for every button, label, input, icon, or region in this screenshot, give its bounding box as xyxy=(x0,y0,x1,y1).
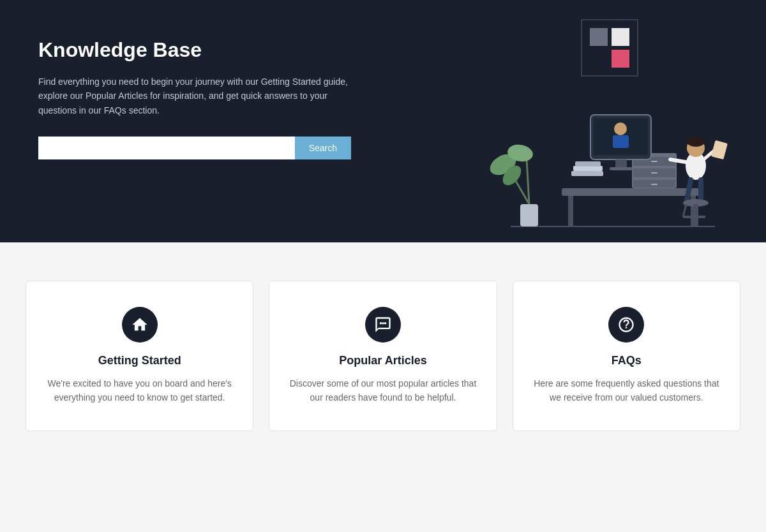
card-desc-faqs: Here are some frequently asked questions… xyxy=(532,376,721,405)
svg-rect-14 xyxy=(651,161,657,162)
svg-rect-22 xyxy=(615,159,627,168)
cards-row: Getting Started We're excited to have yo… xyxy=(26,281,740,431)
svg-rect-17 xyxy=(571,171,603,176)
svg-point-40 xyxy=(384,322,387,325)
svg-rect-31 xyxy=(711,140,728,159)
svg-rect-16 xyxy=(651,184,657,185)
svg-point-38 xyxy=(380,322,382,325)
svg-rect-1 xyxy=(520,204,538,226)
svg-point-24 xyxy=(614,122,627,135)
hero-description: Find everything you need to begin your j… xyxy=(38,75,351,117)
svg-rect-23 xyxy=(610,167,633,170)
svg-rect-25 xyxy=(613,135,629,148)
card-icon-faqs xyxy=(608,307,644,343)
svg-rect-19 xyxy=(575,161,601,166)
svg-line-3 xyxy=(527,159,529,204)
main-content: Getting Started We're excited to have yo… xyxy=(0,242,766,482)
card-title-getting-started: Getting Started xyxy=(98,354,181,367)
svg-rect-15 xyxy=(651,172,657,174)
card-popular-articles[interactable]: Popular Articles Discover some of our mo… xyxy=(269,281,497,431)
search-row: Search xyxy=(38,137,351,159)
card-icon-popular-articles xyxy=(365,307,401,343)
svg-rect-35 xyxy=(693,204,698,226)
question-icon xyxy=(617,316,635,334)
hero-section: Knowledge Base Find everything you need … xyxy=(0,0,766,242)
home-icon xyxy=(131,316,149,334)
card-desc-popular-articles: Discover some of our most popular articl… xyxy=(289,376,477,405)
hero-content: Knowledge Base Find everything you need … xyxy=(38,32,370,198)
svg-rect-7 xyxy=(562,188,702,196)
card-getting-started[interactable]: Getting Started We're excited to have yo… xyxy=(26,281,253,431)
svg-point-28 xyxy=(687,137,705,147)
svg-point-39 xyxy=(382,322,384,325)
chat-icon xyxy=(374,316,392,334)
svg-rect-8 xyxy=(568,196,573,226)
hero-illustration xyxy=(472,26,740,242)
card-faqs[interactable]: FAQs Here are some frequently asked ques… xyxy=(513,281,740,431)
svg-rect-18 xyxy=(573,166,603,171)
search-button[interactable]: Search xyxy=(295,137,351,159)
card-title-faqs: FAQs xyxy=(612,354,642,367)
card-desc-getting-started: We're excited to have you on board and h… xyxy=(45,376,234,405)
search-input[interactable] xyxy=(38,137,295,159)
card-title-popular-articles: Popular Articles xyxy=(339,354,426,367)
page-title: Knowledge Base xyxy=(38,38,370,62)
card-icon-getting-started xyxy=(122,307,158,343)
